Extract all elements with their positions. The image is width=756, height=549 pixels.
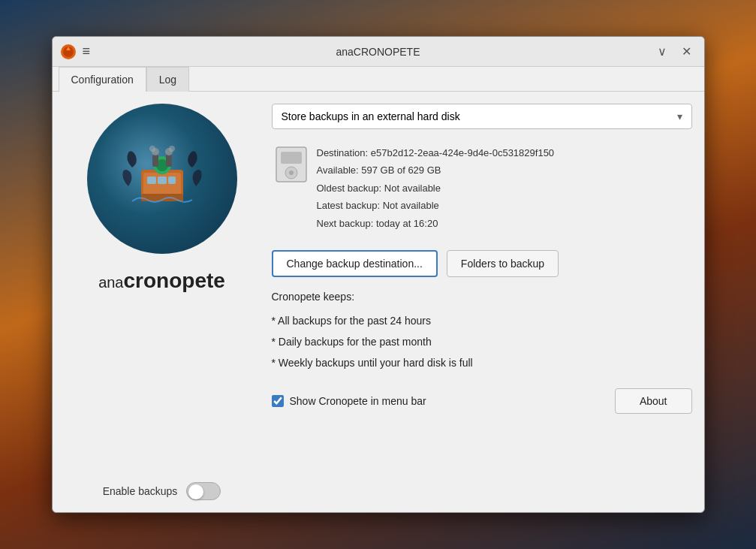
- left-panel: anacronopete Enable backups: [65, 104, 260, 500]
- main-content: anacronopete Enable backups Store backup…: [53, 92, 704, 512]
- svg-point-17: [169, 146, 175, 152]
- hamburger-menu-icon[interactable]: ≡: [83, 44, 91, 59]
- svg-rect-12: [152, 155, 158, 167]
- keeps-section: Cronopete keeps: * All backups for the p…: [272, 286, 692, 373]
- show-menu-bar-label[interactable]: Show Cronopete in menu bar: [290, 395, 426, 407]
- titlebar: ≡ anaCRONOPETE ∨ ✕: [53, 37, 704, 67]
- svg-rect-7: [158, 176, 167, 184]
- folders-to-backup-button[interactable]: Folders to backup: [447, 250, 559, 277]
- tabs-bar: Configuration Log: [53, 67, 704, 92]
- minimize-button[interactable]: ∨: [653, 43, 671, 60]
- oldest-backup-info: Oldest backup: Not available: [317, 179, 555, 197]
- close-button[interactable]: ✕: [677, 43, 696, 60]
- enable-backups-row: Enable backups: [103, 467, 221, 500]
- toggle-knob: [188, 484, 203, 499]
- action-buttons-row: Change backup destination... Folders to …: [272, 250, 692, 277]
- dropdown-value: Store backups in an external hard disk: [282, 110, 460, 122]
- app-name: anacronopete: [98, 269, 225, 293]
- backup-info-section: Destination: e57b2d12-2eaa-424e-9d4e-0c5…: [272, 138, 692, 238]
- change-destination-button[interactable]: Change backup destination...: [272, 250, 438, 277]
- bottom-row: Show Cronopete in menu bar About: [272, 388, 692, 414]
- svg-rect-13: [166, 155, 172, 167]
- app-logo: [87, 104, 237, 254]
- keeps-title: Cronopete keeps:: [272, 286, 692, 307]
- right-panel: Store backups in an external hard disk ▾…: [272, 104, 692, 500]
- destination-info: Destination: e57b2d12-2eaa-424e-9d4e-0c5…: [317, 144, 555, 161]
- app-name-prefix: ana: [98, 274, 123, 291]
- svg-point-16: [149, 146, 155, 152]
- enable-backups-label: Enable backups: [103, 485, 178, 497]
- backup-info-text: Destination: e57b2d12-2eaa-424e-9d4e-0c5…: [317, 144, 555, 232]
- show-menu-bar-checkbox[interactable]: [272, 395, 284, 407]
- main-window: ≡ anaCRONOPETE ∨ ✕ Configuration Log: [52, 36, 705, 513]
- ship-icon: [110, 126, 215, 231]
- window-controls: ∨ ✕: [653, 43, 696, 60]
- svg-rect-19: [281, 152, 302, 164]
- keeps-item-2: * Daily backups for the past month: [272, 331, 692, 352]
- svg-point-21: [289, 170, 294, 175]
- dropdown-arrow-icon: ▾: [677, 110, 682, 122]
- show-menu-bar-row: Show Cronopete in menu bar: [272, 395, 606, 407]
- tab-configuration[interactable]: Configuration: [59, 67, 146, 92]
- available-info: Available: 597 GB of 629 GB: [317, 161, 555, 179]
- titlebar-logo-icon: [60, 44, 77, 60]
- disk-icon: [275, 144, 308, 185]
- window-title: anaCRONOPETE: [336, 46, 420, 58]
- app-name-main: cronopete: [124, 269, 225, 292]
- tab-log[interactable]: Log: [146, 67, 189, 92]
- about-button[interactable]: About: [615, 388, 692, 414]
- svg-rect-6: [147, 176, 156, 184]
- keeps-item-3: * Weekly backups until your hard disk is…: [272, 352, 692, 373]
- backup-destination-dropdown-row: Store backups in an external hard disk ▾: [272, 104, 692, 129]
- latest-backup-info: Latest backup: Not available: [317, 197, 555, 214]
- backup-destination-dropdown[interactable]: Store backups in an external hard disk ▾: [272, 104, 692, 129]
- svg-rect-8: [168, 176, 176, 184]
- keeps-item-1: * All backups for the past 24 hours: [272, 310, 692, 331]
- next-backup-info: Next backup: today at 16:20: [317, 215, 555, 232]
- enable-backups-toggle[interactable]: [186, 482, 221, 500]
